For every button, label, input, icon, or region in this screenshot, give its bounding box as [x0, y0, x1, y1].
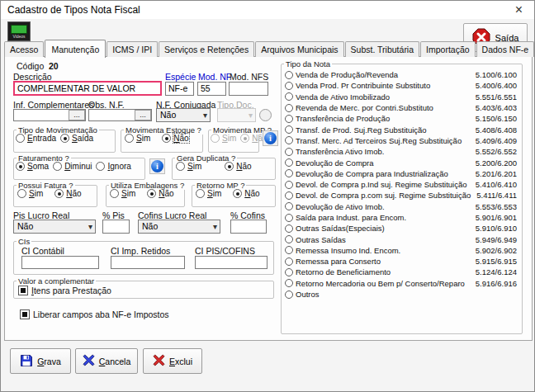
- nota-radio-option[interactable]: Transf. de Prod. Suj.Reg Substituição 5.…: [285, 124, 518, 135]
- radio-option[interactable]: Soma: [16, 162, 49, 171]
- radio-icon: [285, 115, 293, 123]
- radio-option[interactable]: Não: [225, 162, 251, 171]
- ci-contabil-input[interactable]: [21, 256, 99, 269]
- nota-radio-option[interactable]: Retorno Mercadoria ou Bem p/ Conserto/Re…: [285, 278, 518, 289]
- cfop-code: 5.949/6.949: [476, 235, 517, 244]
- radio-option[interactable]: Não: [54, 189, 81, 198]
- radio-option[interactable]: Sim: [176, 162, 201, 171]
- radio-group-possui-fatura: Sim Não: [14, 189, 97, 200]
- radio-icon: [125, 134, 134, 143]
- especie-input[interactable]: NF-e: [165, 82, 194, 96]
- ci-contabil-label: CI Contábil: [21, 246, 64, 256]
- radio-option[interactable]: Ignora: [96, 162, 130, 171]
- nota-radio-option[interactable]: Devolução de Ativo Imob. 5.553/6.553: [285, 201, 518, 212]
- radio-icon: [285, 71, 293, 79]
- tab[interactable]: Serviços e Retenções: [159, 41, 254, 57]
- info-icon: i: [151, 160, 163, 172]
- delete-x-icon: [153, 354, 165, 368]
- radio-option[interactable]: Diminui: [53, 162, 92, 171]
- radio-option[interactable]: Não: [147, 189, 173, 198]
- tab[interactable]: Arquivos Municipais: [255, 41, 343, 57]
- faturamento-info-button[interactable]: i: [149, 158, 165, 174]
- cancela-button[interactable]: Cancela: [75, 348, 138, 374]
- grava-button[interactable]: Grava: [10, 348, 71, 374]
- radio-icon: [211, 134, 220, 143]
- exclui-button[interactable]: Exclui: [143, 348, 202, 374]
- radio-group-utiliza-embalagens: Sim Não: [107, 189, 184, 200]
- nota-radio-option[interactable]: Outras Saídas(Especiais) 5.910/6.910: [285, 223, 518, 234]
- group-tipo-de-movimentacao: Tipo de Movimentação Entrada Saída: [13, 125, 116, 153]
- pct-cofins-input[interactable]: [230, 220, 267, 234]
- nota-radio-option[interactable]: Devol. de Compra p.Ind suj. Regime Subst…: [285, 179, 518, 190]
- inf-complementares-ellipsis-button[interactable]: ...: [69, 110, 85, 120]
- tab[interactable]: Manutenção: [45, 40, 106, 58]
- radio-icon: [285, 224, 293, 233]
- nota-radio-option[interactable]: Devolução de Compra 5.200/6.200: [285, 157, 518, 168]
- liberar-campos-checkbox[interactable]: Liberar campos aba NF-e Impostos: [20, 309, 169, 319]
- pct-pis-input[interactable]: [102, 220, 130, 234]
- codigo-value: 20: [49, 61, 59, 71]
- radio-option[interactable]: Não: [162, 134, 188, 143]
- nota-radio-option[interactable]: Retorno de Beneficiamento 5.124/6.124: [285, 267, 518, 277]
- cfop-code: 5.201/6.201: [476, 169, 517, 178]
- nota-radio-option[interactable]: Remessa para Conserto 5.915/6.915: [285, 256, 518, 267]
- radio-icon: [110, 189, 119, 198]
- radio-option[interactable]: Sim: [125, 134, 150, 143]
- nota-radio-option[interactable]: Remessa Insumo Ind. Encom. 5.902/6.902: [285, 245, 518, 256]
- radio-option[interactable]: Entrada: [16, 134, 56, 143]
- radio-group-faturamento: Soma Diminui Ignora: [14, 162, 144, 172]
- tab[interactable]: ICMS / IPI: [107, 41, 158, 57]
- obs-nf-ellipsis-button[interactable]: ...: [135, 110, 151, 120]
- cfop-code: 5.411/6.411: [476, 191, 517, 200]
- cancel-x-icon: [83, 354, 95, 368]
- nota-radio-option[interactable]: Venda de Ativo Imobilizado 5.551/6.551: [285, 92, 518, 102]
- radio-option[interactable]: Não: [233, 189, 259, 198]
- close-icon[interactable]: ×: [510, 3, 528, 17]
- radio-icon: [53, 162, 62, 171]
- group-title: Valor a complementar: [17, 276, 96, 286]
- mod-nf-input[interactable]: 55: [197, 82, 226, 96]
- mod-nf-label: Mod. NF: [198, 72, 231, 82]
- movimenta-mp-info-button[interactable]: i: [263, 130, 278, 146]
- nota-radio-option[interactable]: Venda Prod. Pr Contribuinte Substituto 5…: [285, 80, 518, 91]
- radio-icon: [285, 92, 293, 101]
- nota-radio-option[interactable]: Transf. Merc. Ad Terceiros Suj.Reg Subst…: [285, 135, 518, 146]
- nf-conjugada-dropdown[interactable]: Não ▾: [156, 108, 211, 122]
- tab[interactable]: Subst. Tributária: [345, 41, 419, 57]
- cfop-code: 5.551/6.551: [476, 92, 517, 102]
- dialog-window: Cadastro de Tipos Nota Fiscal × Videos S…: [0, 0, 535, 392]
- cfop-code: 5.409/6.409: [476, 136, 517, 145]
- nota-radio-option[interactable]: Outras Saídas 5.949/6.949: [285, 234, 518, 244]
- nota-radio-option[interactable]: Saída para Indust. para Encom. 5.901/6.9…: [285, 212, 518, 223]
- tab[interactable]: Dados NF-e: [476, 41, 535, 57]
- radio-icon: [285, 181, 293, 189]
- radio-option[interactable]: Sim: [196, 189, 221, 198]
- radio-icon: [16, 162, 25, 171]
- mod-nfs-input[interactable]: [229, 82, 268, 96]
- nota-radio-option[interactable]: Venda de Produção/Revenda 5.100/6.100: [285, 69, 518, 80]
- nota-radio-option[interactable]: Devolução de Compra para Industrializaçã…: [285, 168, 518, 179]
- radio-option[interactable]: Saída: [60, 134, 93, 143]
- radio-icon: [17, 189, 26, 198]
- ci-imp-retidos-input[interactable]: [111, 256, 185, 269]
- nota-radio-option[interactable]: Outros: [285, 289, 518, 300]
- radio-icon: [285, 257, 293, 266]
- tab[interactable]: Acesso: [4, 41, 44, 57]
- radio-icon: [225, 162, 234, 171]
- mod-nfs-label: Mod. NFS: [230, 72, 268, 82]
- tab[interactable]: Importação: [420, 41, 476, 57]
- radio-icon: [196, 189, 205, 198]
- ci-pis-cofins-input[interactable]: [195, 256, 268, 269]
- nota-radio-option[interactable]: Revenda de Merc. por Contri.Substituto 5…: [285, 102, 518, 113]
- radio-option[interactable]: Sim: [17, 189, 43, 198]
- nota-radio-option[interactable]: Transferência de Produção 5.150/6.150: [285, 113, 518, 124]
- group-tipo-da-nota: Tipo da Nota Venda de Produção/Revenda 5…: [281, 59, 523, 334]
- pis-lucro-real-dropdown[interactable]: Não ▾: [13, 220, 96, 234]
- cofins-lucro-real-dropdown[interactable]: Não ▾: [138, 220, 220, 234]
- nota-radio-option[interactable]: Devol. de Compra p.com suj. Regime Subst…: [285, 190, 518, 201]
- nota-radio-option[interactable]: Transferência Ativo Imob. 5.552/6.552: [285, 146, 518, 157]
- descricao-input[interactable]: COMPLEMENTAR DE VALOR: [13, 81, 162, 96]
- codigo-label: Código: [17, 61, 44, 71]
- radio-option[interactable]: Sim: [110, 189, 135, 198]
- itens-para-prestacao-checkbox[interactable]: Itens para Prestação: [18, 286, 111, 295]
